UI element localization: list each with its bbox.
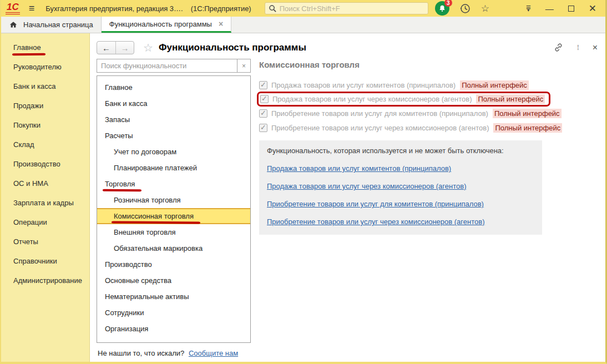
sidebar-item[interactable]: Банк и касса — [1, 77, 89, 96]
functionality-search-input[interactable] — [97, 59, 237, 73]
locked-functionality-link[interactable]: Приобретение товаров или услуг через ком… — [267, 218, 534, 226]
sidebar-item[interactable]: Операции — [1, 213, 89, 232]
tree-item[interactable]: Банк и касса — [97, 95, 250, 112]
close-form-button[interactable]: × — [593, 43, 598, 53]
nav-forward-button[interactable]: → — [115, 42, 134, 54]
tab-bar: Начальная страница Функциональность прог… — [1, 17, 605, 33]
feature-row: Приобретение товаров или услуг через ком… — [259, 123, 562, 133]
sidebar-item[interactable]: Склад — [1, 135, 89, 154]
full-interface-badge: Полный интерфейс — [493, 123, 562, 133]
sidebar-item[interactable]: Администрирование — [1, 271, 89, 290]
full-interface-badge: Полный интерфейс — [493, 109, 562, 118]
main-area: ← → ☆ Функциональность программы ⁞ × — [90, 33, 605, 362]
sections-sidebar: Главное Руководителю Банк и касса Продаж… — [1, 33, 90, 362]
sidebar-item[interactable]: Справочники — [1, 251, 89, 271]
tree-item[interactable]: Расчеты — [97, 128, 250, 144]
section-heading: Комиссионная торговля — [259, 60, 605, 69]
feedback-footer: Не нашли то, что искали? Сообщите нам — [97, 343, 251, 360]
sidebar-item[interactable]: Отчеты — [1, 232, 89, 251]
add-favorite-star-icon[interactable]: ☆ — [143, 41, 153, 54]
sidebar-item[interactable]: Производство — [1, 154, 89, 174]
sidebar-item[interactable]: ОС и НМА — [1, 174, 89, 193]
feature-row: Приобретение товаров или услуг для комит… — [259, 109, 562, 118]
tree-item[interactable]: Нематериальные активы — [97, 289, 250, 305]
notifications-button[interactable]: 3 — [435, 1, 449, 16]
home-icon — [9, 21, 18, 29]
tab-home-label: Начальная страница — [23, 21, 93, 29]
tree-item[interactable]: Обязательная маркировка — [97, 240, 250, 256]
tab-home-page[interactable]: Начальная страница — [1, 17, 102, 33]
locked-functionality-link[interactable]: Приобретение товаров или услуг для комит… — [267, 200, 534, 208]
checkbox-checked-disabled[interactable] — [259, 109, 267, 118]
feature-row: Продажа товаров или услуг через комиссио… — [257, 92, 550, 107]
tree-item[interactable]: Основные средства — [97, 272, 250, 289]
tree-item[interactable]: Организация — [97, 321, 250, 337]
history-icon[interactable] — [459, 3, 471, 14]
get-link-icon[interactable] — [553, 42, 564, 53]
sidebar-item[interactable]: Руководителю — [1, 57, 89, 77]
tree-item[interactable]: Планирование платежей — [97, 160, 250, 176]
tree-item[interactable]: Производство — [97, 256, 250, 272]
feature-row: Продажа товаров или услуг комитентов (пр… — [259, 80, 529, 90]
page-header: ← → ☆ Функциональность программы ⁞ × — [90, 33, 605, 57]
checkbox-checked-disabled[interactable] — [259, 81, 267, 89]
sidebar-item[interactable]: Продажи — [1, 96, 89, 115]
tree-item[interactable]: Комиссионная торговля — [97, 208, 250, 224]
functionality-tree: Главное Банк и касса Запасы Расчеты Учет… — [97, 75, 251, 343]
tab-functionality-label: Функциональность программы — [109, 20, 212, 28]
tree-item[interactable]: Запасы — [97, 112, 250, 128]
maximize-button[interactable] — [568, 6, 574, 12]
platform-label: (1С:Предприятие) — [191, 4, 251, 13]
locked-functionality-link[interactable]: Продажа товаров или услуг через комиссио… — [267, 182, 534, 190]
tree-item[interactable]: Внешняя торговля — [97, 224, 250, 240]
global-search-input[interactable] — [280, 4, 424, 13]
locked-functionality-links: Продажа товаров или услуг комитентов (пр… — [267, 164, 534, 226]
clear-search-button[interactable]: × — [237, 59, 251, 73]
favorites-star-icon[interactable]: ☆ — [481, 4, 489, 13]
nav-back-button[interactable]: ← — [97, 42, 115, 54]
minimize-button[interactable]: — — [545, 4, 554, 13]
main-menu-icon[interactable]: ≡ — [29, 3, 35, 14]
tree-item[interactable]: Розничная торговля — [97, 192, 250, 208]
page-title: Функциональность программы — [159, 42, 306, 53]
feedback-text: Не нашли то, что искали? — [98, 349, 184, 357]
tab-functionality[interactable]: Функциональность программы × — [102, 17, 231, 33]
sidebar-item[interactable]: Зарплата и кадры — [1, 193, 89, 213]
service-menu-icon[interactable]: ≡▾ — [526, 6, 531, 11]
locked-functionality-title: Функциональность, которая используется и… — [267, 146, 534, 155]
global-search-box[interactable] — [265, 2, 428, 14]
app-window: 1С ≡ Бухгалтерия предприятия, редакция 3… — [0, 0, 607, 364]
app-title: Бухгалтерия предприятия, редакция 3…. — [45, 4, 183, 13]
full-interface-badge: Полный интерфейс — [460, 80, 529, 90]
tree-item[interactable]: Учет по договорам — [97, 144, 250, 160]
search-icon — [269, 4, 277, 13]
functionality-detail-pane: Комиссионная торговля Продажа товаров ил… — [259, 59, 605, 360]
feedback-link[interactable]: Сообщите нам — [189, 349, 238, 357]
full-interface-badge: Полный интерфейс — [476, 94, 545, 104]
1c-logo-icon: 1С — [6, 2, 20, 14]
features-list: Продажа товаров или услуг комитентов (пр… — [259, 80, 605, 133]
checkbox-checked-disabled[interactable] — [260, 95, 269, 103]
tree-item[interactable]: Торговля — [97, 176, 250, 192]
functionality-nav-panel: × Главное Банк и касса Запасы Расчеты Уч… — [97, 59, 251, 360]
close-window-button[interactable]: ✕ — [589, 3, 596, 14]
locked-functionality-link[interactable]: Продажа товаров или услуг комитентов (пр… — [267, 164, 534, 173]
locked-functionality-box: Функциональность, которая используется и… — [259, 140, 542, 235]
more-actions-icon[interactable]: ⁞ — [577, 46, 579, 50]
sidebar-item[interactable]: Покупки — [1, 115, 89, 135]
tree-item[interactable]: Главное — [97, 79, 250, 95]
title-bar: 1С ≡ Бухгалтерия предприятия, редакция 3… — [1, 0, 605, 17]
checkbox-checked-disabled[interactable] — [259, 124, 267, 132]
tree-item[interactable]: Сотрудники — [97, 305, 250, 321]
sidebar-item[interactable]: Главное — [1, 38, 89, 57]
tab-close-icon[interactable]: × — [219, 19, 223, 28]
notification-badge: 3 — [444, 0, 452, 7]
